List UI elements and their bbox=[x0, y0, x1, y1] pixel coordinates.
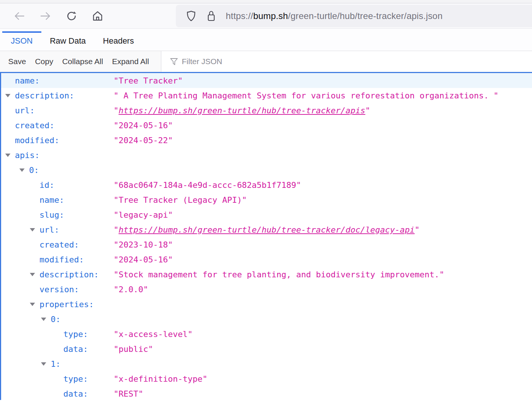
json-key: apis: bbox=[15, 151, 39, 160]
twisty-icon[interactable] bbox=[41, 318, 51, 321]
twisty-icon[interactable] bbox=[30, 273, 39, 276]
json-value: "2024-05-16" bbox=[114, 255, 173, 264]
json-row: properties: bbox=[1, 297, 532, 312]
json-key: 1: bbox=[51, 359, 61, 369]
json-row: name:"Tree Tracker (Legacy API)" bbox=[1, 192, 532, 207]
toolbar-button-group: Save Copy Collapse All Expand All bbox=[0, 51, 161, 72]
json-row: data:"REST" bbox=[1, 386, 532, 401]
json-row: type:"x-definition-type" bbox=[1, 371, 532, 386]
filter-json-input[interactable]: Filter JSON bbox=[161, 51, 532, 72]
json-row: 1: bbox=[1, 356, 532, 371]
window-top-strip bbox=[0, 0, 532, 3]
json-link-value[interactable]: https://bump.sh/green-turtle/hub/tree-tr… bbox=[118, 106, 365, 115]
back-button[interactable] bbox=[13, 10, 25, 22]
json-key: name: bbox=[39, 195, 64, 205]
json-row: 0: bbox=[1, 312, 532, 327]
json-row: slug:"legacy-api" bbox=[1, 207, 532, 222]
json-row: 0: bbox=[1, 163, 532, 177]
json-row: name:"Tree Tracker" bbox=[1, 73, 532, 88]
json-row: apis: bbox=[1, 148, 532, 163]
tab-raw-data-label: Raw Data bbox=[50, 36, 86, 46]
json-row: url:"https://bump.sh/green-turtle/hub/tr… bbox=[1, 103, 532, 118]
json-key: type: bbox=[63, 330, 88, 339]
tab-raw-data[interactable]: Raw Data bbox=[41, 31, 95, 51]
json-key: version: bbox=[39, 285, 79, 294]
json-key: data: bbox=[63, 344, 88, 354]
collapse-all-button[interactable]: Collapse All bbox=[62, 57, 103, 66]
json-value: "Stock management for tree planting, and… bbox=[114, 270, 444, 279]
json-row: modified:"2024-05-16" bbox=[1, 252, 532, 267]
json-row: url:"https://bump.sh/green-turtle/hub/tr… bbox=[1, 222, 532, 237]
reload-button[interactable] bbox=[66, 10, 77, 22]
back-arrow-icon bbox=[13, 10, 25, 22]
json-value: "legacy-api" bbox=[114, 210, 173, 220]
json-key: url: bbox=[39, 225, 59, 234]
url-text: https://bump.sh/green-turtle/hub/tree-tr… bbox=[226, 11, 443, 21]
json-value[interactable]: "https://bump.sh/green-turtle/hub/tree-t… bbox=[114, 225, 419, 234]
json-row: created:"2023-10-18" bbox=[1, 237, 532, 252]
json-key: name: bbox=[15, 76, 39, 85]
json-key: modified: bbox=[39, 255, 84, 264]
json-row: id:"68ac0647-184a-4e9d-accc-682a5b1f7189… bbox=[1, 177, 532, 192]
json-row: type:"x-access-level" bbox=[1, 327, 532, 341]
json-value: "Tree Tracker" bbox=[114, 76, 183, 85]
tab-headers[interactable]: Headers bbox=[94, 31, 142, 51]
json-key: url: bbox=[15, 106, 35, 115]
json-value: "public" bbox=[114, 344, 153, 354]
json-row: data:"public" bbox=[1, 341, 532, 356]
filter-placeholder-text: Filter JSON bbox=[182, 57, 222, 66]
copy-button[interactable]: Copy bbox=[35, 57, 53, 66]
twisty-icon[interactable] bbox=[5, 94, 15, 97]
expand-all-button[interactable]: Expand All bbox=[112, 57, 149, 66]
json-value: "2024-05-22" bbox=[114, 136, 173, 145]
json-value: "2.0.0" bbox=[114, 285, 148, 294]
json-value: " A Tree Planting Management System for … bbox=[114, 91, 498, 100]
json-key: slug: bbox=[39, 210, 64, 220]
url-bar[interactable]: https://bump.sh/green-turtle/hub/tree-tr… bbox=[176, 5, 532, 27]
twisty-icon[interactable] bbox=[5, 154, 15, 157]
json-key: data: bbox=[63, 389, 88, 398]
url-scheme: https:// bbox=[226, 11, 253, 21]
json-key: id: bbox=[39, 180, 54, 190]
json-key: properties: bbox=[39, 300, 94, 309]
json-value: "x-access-level" bbox=[114, 330, 193, 339]
browser-toolbar: https://bump.sh/green-turtle/hub/tree-tr… bbox=[0, 3, 532, 29]
twisty-icon[interactable] bbox=[30, 303, 39, 306]
json-link-value[interactable]: https://bump.sh/green-turtle/hub/tree-tr… bbox=[118, 225, 415, 234]
json-row: description:"Stock management for tree p… bbox=[1, 267, 532, 282]
json-key: created: bbox=[39, 240, 79, 249]
json-row: created:"2024-05-16" bbox=[1, 118, 532, 133]
home-icon bbox=[92, 10, 104, 22]
json-key: 0: bbox=[29, 166, 39, 175]
json-value: "68ac0647-184a-4e9d-accc-682a5b1f7189" bbox=[114, 180, 301, 190]
json-row: modified:"2024-05-22" bbox=[1, 133, 532, 148]
tab-json[interactable]: JSON bbox=[2, 31, 41, 51]
json-key: modified: bbox=[15, 136, 59, 145]
json-key: 0: bbox=[51, 315, 61, 324]
json-row: version:"2.0.0" bbox=[1, 282, 532, 297]
tab-headers-label: Headers bbox=[103, 36, 134, 46]
filter-funnel-icon bbox=[170, 57, 178, 66]
json-value: "x-definition-type" bbox=[114, 374, 208, 384]
url-domain: bump.sh bbox=[253, 11, 288, 21]
json-value: "2024-05-16" bbox=[114, 121, 173, 130]
json-value: "2023-10-18" bbox=[114, 240, 173, 249]
json-value: "Tree Tracker (Legacy API)" bbox=[114, 195, 247, 205]
home-button[interactable] bbox=[92, 10, 104, 22]
json-tree-panel[interactable]: name:"Tree Tracker"description:" A Tree … bbox=[0, 72, 532, 400]
url-path: /green-turtle/hub/tree-tracker/apis.json bbox=[288, 11, 443, 21]
twisty-icon[interactable] bbox=[19, 168, 29, 172]
shield-icon[interactable] bbox=[186, 10, 197, 22]
forward-button[interactable] bbox=[39, 10, 51, 22]
json-row: description:" A Tree Planting Management… bbox=[1, 88, 532, 103]
forward-arrow-icon bbox=[39, 10, 51, 22]
json-viewer-tabs: JSON Raw Data Headers bbox=[0, 29, 532, 51]
json-key: created: bbox=[15, 121, 54, 130]
json-value[interactable]: "https://bump.sh/green-turtle/hub/tree-t… bbox=[114, 106, 370, 115]
json-key: description: bbox=[15, 91, 74, 100]
twisty-icon[interactable] bbox=[41, 362, 51, 366]
save-button[interactable]: Save bbox=[8, 57, 26, 66]
lock-icon[interactable] bbox=[206, 10, 216, 22]
json-key: type: bbox=[63, 374, 88, 384]
twisty-icon[interactable] bbox=[30, 228, 39, 231]
